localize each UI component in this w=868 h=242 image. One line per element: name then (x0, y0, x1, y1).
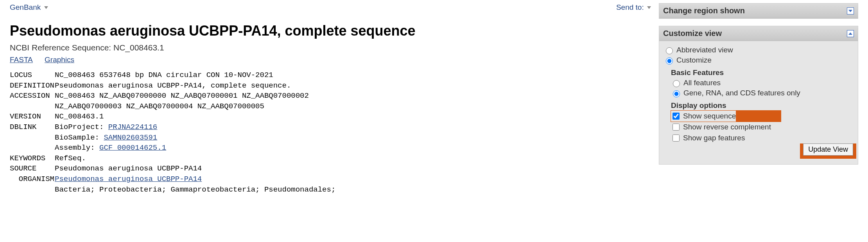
show-revcomp-label: Show reverse complement (683, 123, 771, 131)
show-revcomp-option[interactable]: Show reverse complement (671, 122, 853, 133)
customize-option[interactable]: Customize (664, 55, 853, 65)
format-dropdown-label: GenBank (10, 3, 41, 11)
abbreviated-view-option[interactable]: Abbreviated view (664, 45, 853, 55)
show-revcomp-checkbox[interactable] (673, 124, 680, 131)
customize-view-panel: Customize view Abbreviated view Customiz… (659, 26, 858, 165)
organism-label: ORGANISM (10, 174, 55, 185)
change-region-title: Change region shown (663, 6, 745, 15)
bioproject-link[interactable]: PRJNA224116 (108, 123, 157, 131)
gene-rna-cds-label: Gene, RNA, and CDS features only (683, 89, 800, 97)
show-sequence-label: Show sequence (683, 112, 736, 120)
format-links: FASTA Graphics (10, 56, 651, 64)
accession-line1: NC_008463 NZ_AABQ07000000 NZ_AABQ0700000… (55, 91, 309, 100)
page-title: Pseudomonas aeruginosa UCBPP-PA14, compl… (10, 23, 651, 39)
all-features-label: All features (683, 79, 721, 87)
show-sequence-checkbox[interactable] (673, 113, 680, 120)
reference-subtitle: NCBI Reference Sequence: NC_008463.1 (10, 43, 651, 52)
dblink-biosample-prefix: BioSample: (55, 133, 104, 142)
source-value: Pseudomonas aeruginosa UCBPP-PA14 (55, 164, 202, 173)
dblink-bioproject-prefix: BioProject: (55, 123, 108, 131)
show-gap-label: Show gap features (683, 134, 745, 142)
definition-value: Pseudomonas aeruginosa UCBPP-PA14, compl… (55, 81, 291, 90)
source-label: SOURCE (10, 163, 55, 174)
chevron-down-icon[interactable] (847, 7, 854, 14)
customize-label: Customize (676, 56, 712, 65)
graphics-link[interactable]: Graphics (45, 56, 74, 64)
all-features-radio[interactable] (673, 80, 680, 87)
accession-line2: NZ_AABQ07000003 NZ_AABQ07000004 NZ_AABQ0… (55, 102, 264, 111)
sidebar: Change region shown Customize view Abbre… (659, 3, 858, 195)
biosample-link[interactable]: SAMN02603591 (104, 133, 157, 142)
show-sequence-option[interactable]: Show sequence (671, 111, 736, 122)
genbank-record: LOCUSNC_008463 6537648 bp DNA circular C… (10, 70, 651, 195)
chevron-down-icon (647, 6, 651, 9)
locus-value: NC_008463 6537648 bp DNA circular CON 10… (55, 71, 273, 79)
organism-link[interactable]: Pseudomonas aeruginosa UCBPP-PA14 (55, 175, 202, 183)
gene-rna-cds-radio[interactable] (673, 90, 680, 97)
update-view-button[interactable]: Update View (803, 143, 853, 156)
all-features-option[interactable]: All features (671, 78, 853, 88)
lineage-value: Bacteria; Proteobacteria; Gammaproteobac… (55, 185, 335, 194)
keywords-value: RefSeq. (55, 154, 86, 163)
basic-features-title: Basic Features (671, 68, 853, 77)
assembly-link[interactable]: GCF_000014625.1 (99, 143, 166, 152)
keywords-label: KEYWORDS (10, 153, 55, 164)
customize-view-header[interactable]: Customize view (659, 26, 858, 41)
fasta-link[interactable]: FASTA (10, 56, 33, 64)
dblink-assembly-prefix: Assembly: (55, 143, 99, 152)
send-to-label: Send to: (616, 3, 644, 11)
customize-radio[interactable] (666, 57, 673, 65)
change-region-panel: Change region shown (659, 3, 858, 19)
change-region-header[interactable]: Change region shown (659, 4, 858, 18)
version-label: VERSION (10, 111, 55, 122)
show-gap-checkbox[interactable] (673, 134, 680, 142)
top-toolbar: GenBank Send to: (10, 3, 651, 15)
format-dropdown[interactable]: GenBank (10, 3, 48, 12)
main-content: GenBank Send to: Pseudomonas aeruginosa … (10, 3, 651, 195)
show-gap-option[interactable]: Show gap features (671, 133, 853, 143)
display-options-title: Display options (671, 101, 853, 110)
chevron-up-icon[interactable] (847, 30, 854, 37)
chevron-down-icon (44, 6, 48, 9)
definition-label: DEFINITION (10, 81, 55, 91)
accession-label: ACCESSION (10, 91, 55, 101)
abbreviated-view-radio[interactable] (666, 47, 673, 54)
dblink-label: DBLINK (10, 122, 55, 133)
abbreviated-view-label: Abbreviated view (676, 46, 733, 54)
customize-view-title: Customize view (663, 29, 722, 38)
locus-label: LOCUS (10, 70, 55, 81)
send-to-dropdown[interactable]: Send to: (616, 3, 651, 12)
gene-rna-cds-option[interactable]: Gene, RNA, and CDS features only (671, 88, 853, 98)
version-value: NC_008463.1 (55, 112, 104, 121)
